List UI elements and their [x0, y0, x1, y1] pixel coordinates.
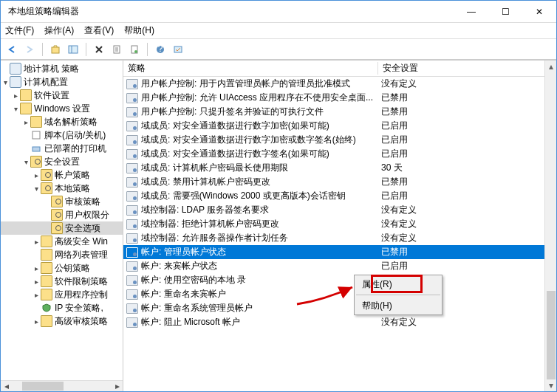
expander-icon[interactable]: ▸ [32, 238, 41, 246]
expander-icon[interactable]: ▾ [11, 105, 20, 113]
header-policy[interactable]: 策略 [123, 62, 378, 75]
properties-button[interactable] [126, 41, 143, 58]
policy-row[interactable]: 帐户: 来宾帐户状态已启用 [123, 259, 556, 273]
tree-item[interactable]: 本地策略 [55, 182, 90, 195]
expander-icon[interactable]: ▸ [32, 291, 41, 299]
scroll-thumb[interactable] [547, 291, 556, 379]
show-hide-tree-button[interactable] [65, 41, 81, 58]
svg-point-5 [134, 50, 137, 53]
list-header: 策略 安全设置 [123, 61, 556, 77]
policy-row[interactable]: 帐户: 重命名来宾帐户Guest [123, 287, 556, 301]
header-security[interactable]: 安全设置 [378, 62, 556, 75]
maximize-button[interactable]: ☐ [488, 1, 522, 23]
ctx-help[interactable]: 帮助(H) [355, 297, 442, 314]
policy-row[interactable]: 域成员: 对安全通道数据进行数字加密或数字签名(始终)已启用 [123, 133, 556, 147]
policy-row[interactable]: 域控制器: LDAP 服务器签名要求没有定义 [123, 203, 556, 217]
policy-setting: 已禁用 [378, 246, 556, 258]
tree-item[interactable]: 计算机配置 [24, 76, 68, 89]
policy-row[interactable]: 帐户: 管理员帐户状态已禁用 [123, 245, 556, 259]
tree-item[interactable]: 域名解析策略 [44, 116, 98, 128]
list-body[interactable]: 用户帐户控制: 用于内置管理员帐户的管理员批准模式没有定义用户帐户控制: 允许 … [123, 77, 556, 391]
tree-root[interactable]: 地计算机 策略 [24, 63, 79, 75]
policy-setting: 已禁用 [378, 176, 556, 188]
scroll-left-icon[interactable]: ◂ [1, 381, 12, 392]
policy-row[interactable]: 域成员: 禁用计算机帐户密码更改已禁用 [123, 175, 556, 189]
help-button[interactable]: ? [152, 41, 168, 58]
expander-icon[interactable]: ▾ [21, 158, 30, 166]
list-vscrollbar[interactable]: ▴ ▾ [544, 61, 556, 391]
tree-item[interactable]: 软件设置 [34, 89, 69, 102]
ctx-properties[interactable]: 属性(R) [355, 275, 442, 293]
up-button[interactable] [47, 41, 64, 58]
folder-icon [20, 89, 32, 101]
tree-item[interactable]: IP 安全策略, [55, 302, 103, 314]
tree-item[interactable]: 高级审核策略 [55, 315, 108, 328]
tree-item[interactable]: Windows 设置 [34, 103, 90, 115]
menu-help[interactable]: 帮助(H) [124, 24, 154, 37]
expander-icon[interactable]: ▸ [32, 317, 41, 326]
policy-row[interactable]: 帐户: 使用空密码的本地 录已启用 [123, 273, 556, 287]
tree-item[interactable]: 软件限制策略 [55, 275, 108, 288]
tree-item[interactable]: 安全设置 [44, 156, 80, 168]
scroll-down-icon[interactable]: ▾ [545, 379, 557, 391]
policy-icon [126, 107, 138, 117]
policy-row[interactable]: 域控制器: 拒绝计算机帐户密码更改没有定义 [123, 217, 556, 231]
folder-icon [41, 182, 52, 194]
policy-icon [126, 191, 138, 202]
tree-item-selected[interactable]: 安全选项 [65, 222, 100, 235]
minimize-button[interactable]: — [454, 1, 488, 23]
policy-row[interactable]: 域控制器: 允许服务器操作者计划任务没有定义 [123, 231, 556, 245]
back-button[interactable] [4, 41, 20, 58]
ctx-separator [356, 295, 440, 295]
folder-icon [20, 103, 32, 114]
menu-action[interactable]: 操作(A) [44, 24, 74, 37]
policy-row[interactable]: 域成员: 对安全通道数据进行数字签名(如果可能)已启用 [123, 147, 556, 161]
policy-name: 域成员: 禁用计算机帐户密码更改 [141, 176, 270, 188]
svg-rect-1 [69, 46, 78, 53]
policy-row[interactable]: 域成员: 计算机帐户密码最长使用期限30 天 [123, 161, 556, 175]
expander-icon[interactable]: ▾ [32, 185, 41, 193]
expander-icon[interactable]: ▸ [32, 278, 41, 286]
policy-row[interactable]: 用户帐户控制: 允许 UIAccess 应用程序在不使用安全桌面...已禁用 [123, 91, 556, 105]
menu-view[interactable]: 查看(V) [84, 24, 114, 37]
expander-icon[interactable]: ▸ [21, 118, 30, 126]
policy-icon [126, 205, 138, 216]
tree-item[interactable]: 公钥策略 [55, 262, 90, 275]
policy-row[interactable]: 用户帐户控制: 只提升签名并验证的可执行文件已禁用 [123, 105, 556, 119]
policy-setting: 已启用 [378, 148, 556, 160]
policy-row[interactable]: 用户帐户控制: 用于内置管理员帐户的管理员批准模式没有定义 [123, 77, 556, 91]
tree-hscrollbar[interactable]: ◂ ▸ [1, 380, 123, 391]
scroll-thumb[interactable] [22, 382, 64, 391]
tree-item[interactable]: 已部署的打印机 [44, 142, 106, 155]
policy-setting: 30 天 [378, 162, 556, 174]
expander-icon[interactable]: ▸ [32, 171, 41, 179]
tree-item[interactable]: 网络列表管理 [55, 249, 108, 261]
policy-row[interactable]: 帐户: 阻止 Microsoft 帐户没有定义 [123, 315, 556, 329]
expander-icon[interactable]: ▾ [1, 78, 10, 86]
tree-item[interactable]: 帐户策略 [55, 169, 90, 182]
expander-icon[interactable]: ▸ [32, 264, 41, 272]
scroll-right-icon[interactable]: ▸ [112, 381, 123, 392]
expander-icon[interactable]: ▸ [11, 92, 20, 100]
tree-item[interactable]: 用户权限分 [65, 209, 109, 221]
delete-button[interactable] [91, 41, 107, 58]
policy-name: 帐户: 阻止 Microsoft 帐户 [141, 316, 240, 329]
tree-pane[interactable]: 地计算机 策略 ▾计算机配置 ▸软件设置 ▾Windows 设置 ▸域名解析策略… [1, 61, 123, 391]
policy-row[interactable]: 域成员: 需要强(Windows 2000 或更高版本)会话密钥已启用 [123, 189, 556, 203]
scroll-up-icon[interactable]: ▴ [545, 61, 557, 72]
tree-item[interactable]: 应用程序控制 [55, 289, 108, 301]
refresh-button[interactable] [170, 41, 186, 58]
menu-file[interactable]: 文件(F) [5, 24, 34, 37]
policy-icon [126, 303, 138, 314]
policy-row[interactable]: 帐户: 重命名系统管理员帐户Administrator [123, 301, 556, 315]
export-button[interactable] [109, 41, 125, 58]
menubar: 文件(F) 操作(A) 查看(V) 帮助(H) [1, 23, 556, 39]
tree-item[interactable]: 审核策略 [65, 196, 100, 208]
policy-row[interactable]: 域成员: 对安全通道数据进行数字加密(如果可能)已启用 [123, 119, 556, 133]
tree-item[interactable]: 脚本(启动/关机) [44, 129, 106, 142]
tree-item[interactable]: 高级安全 Win [55, 235, 108, 248]
policy-setting: 没有定义 [378, 204, 556, 216]
folder-icon [51, 209, 63, 221]
forward-button[interactable] [21, 41, 38, 58]
close-button[interactable]: ✕ [522, 1, 556, 23]
